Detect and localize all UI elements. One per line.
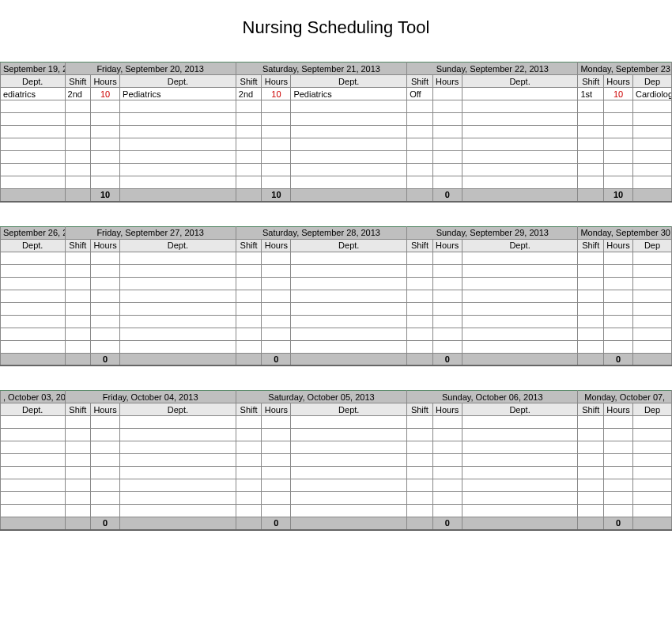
cell[interactable] [120,315,236,328]
cell[interactable] [432,290,462,302]
cell[interactable] [120,100,236,113]
cell[interactable] [1,505,66,517]
cell[interactable] [432,164,462,176]
cell[interactable] [1,100,66,113]
cell[interactable] [604,492,633,505]
cell[interactable] [407,290,433,302]
cell[interactable] [578,100,604,113]
cell[interactable] [578,290,604,302]
cell[interactable] [407,492,433,505]
cell[interactable] [65,441,91,454]
cell[interactable] [604,151,633,164]
cell[interactable] [120,429,236,441]
cell[interactable] [262,252,291,264]
cell[interactable] [578,340,604,353]
cell[interactable] [120,467,236,479]
cell[interactable] [632,290,671,302]
cell[interactable] [236,492,262,505]
cell[interactable] [91,441,120,454]
cell[interactable]: 2nd [236,88,262,100]
cell[interactable] [462,88,578,100]
cell[interactable] [462,454,578,467]
cell[interactable] [120,151,236,164]
cell[interactable] [236,264,262,277]
cell[interactable]: Pediatrics [120,88,236,100]
cell[interactable] [578,505,604,517]
cell[interactable] [262,467,291,479]
cell[interactable] [604,100,633,113]
cell[interactable] [91,252,120,264]
cell[interactable] [1,454,66,467]
cell[interactable] [407,138,433,151]
cell[interactable] [633,479,672,492]
cell[interactable] [65,113,91,126]
cell[interactable] [578,328,604,340]
cell[interactable] [236,302,262,315]
cell[interactable] [262,138,291,151]
cell[interactable] [236,328,262,340]
cell[interactable] [407,441,433,454]
cell[interactable] [236,126,262,138]
cell[interactable] [432,454,462,467]
cell[interactable] [262,100,291,113]
cell[interactable] [578,126,604,138]
cell[interactable] [291,277,407,290]
cell[interactable] [462,113,578,126]
cell[interactable] [633,492,672,505]
cell[interactable] [604,441,633,454]
cell[interactable] [120,138,236,151]
cell[interactable] [91,429,120,441]
cell[interactable] [91,328,120,340]
cell[interactable] [633,505,672,517]
cell[interactable] [236,138,262,151]
cell[interactable] [407,479,433,492]
cell[interactable] [291,302,407,315]
cell[interactable] [462,479,578,492]
cell[interactable] [632,151,671,164]
cell[interactable] [632,302,671,315]
cell[interactable] [462,328,578,340]
cell[interactable] [432,328,462,340]
cell[interactable] [65,100,91,113]
cell[interactable] [432,264,462,277]
cell[interactable] [432,492,462,505]
cell[interactable]: 10 [604,88,633,100]
cell[interactable] [65,126,91,138]
cell[interactable] [1,277,66,290]
cell[interactable] [65,277,91,290]
cell[interactable] [432,315,462,328]
cell[interactable] [291,264,407,277]
cell[interactable] [262,164,291,176]
cell[interactable] [91,454,120,467]
cell[interactable] [578,429,604,441]
cell[interactable] [1,429,66,441]
cell[interactable] [262,264,291,277]
cell[interactable] [578,164,604,176]
cell[interactable] [291,315,407,328]
cell[interactable]: Cardiology [632,88,671,100]
cell[interactable] [262,126,291,138]
cell[interactable] [1,302,66,315]
cell[interactable] [578,176,604,189]
cell[interactable] [432,100,462,113]
cell[interactable] [91,290,120,302]
cell[interactable] [291,454,407,467]
cell[interactable] [262,302,291,315]
cell[interactable] [120,505,236,517]
cell[interactable] [407,264,433,277]
cell[interactable] [91,151,120,164]
cell[interactable] [65,176,91,189]
cell[interactable] [1,340,66,353]
cell[interactable] [578,264,604,277]
cell[interactable] [262,176,291,189]
cell[interactable] [578,252,604,264]
cell[interactable] [1,441,66,454]
cell[interactable] [407,277,433,290]
cell[interactable] [291,467,407,479]
cell[interactable] [291,100,407,113]
cell[interactable] [65,479,91,492]
cell[interactable] [462,290,578,302]
cell[interactable] [120,328,236,340]
cell[interactable] [462,126,578,138]
cell[interactable] [632,328,671,340]
